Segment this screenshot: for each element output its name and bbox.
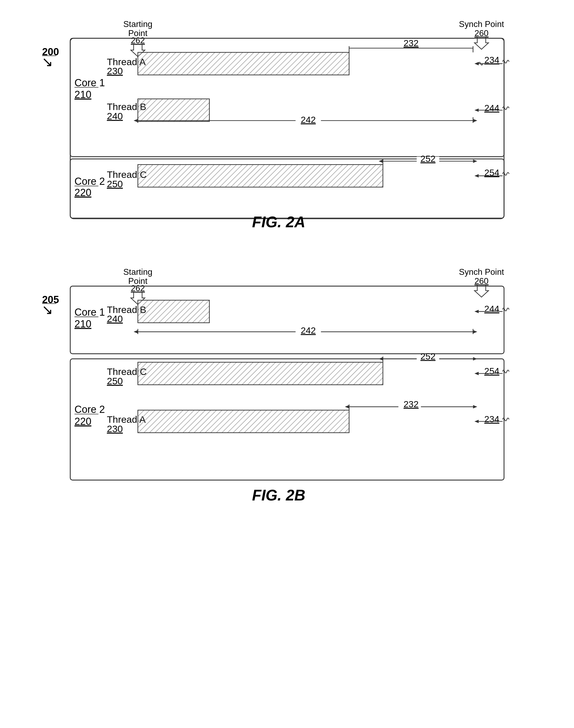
fig2a-dim252-arrowL: [379, 159, 383, 163]
fig2b-dim232-arrowR: [473, 405, 477, 409]
fig2b-dim232-arrowL: [345, 405, 349, 409]
fig2a-threadB-num: 240: [107, 111, 123, 121]
fig2b-threadB-arrowhead: [474, 310, 479, 313]
fig2b-threadA-endnum: 234: [484, 414, 499, 424]
fig2b-threadC-bar: [138, 362, 383, 385]
fig2a-dim232: 232: [404, 38, 418, 48]
fig2a-threadA-num: 230: [107, 66, 123, 76]
fig2b-core2-num: 220: [75, 416, 91, 427]
fig2b-threadB-squiggle: [502, 308, 509, 311]
fig2b-dim252-arrowR: [473, 357, 477, 361]
fig2b-threadB-num: 240: [107, 314, 123, 324]
fig2b-core1-num: 210: [75, 318, 91, 330]
fig2a-core1-num: 210: [75, 89, 91, 100]
fig2a-core1-name: Core 1: [75, 77, 105, 88]
fig2a-262-label: 262: [131, 36, 145, 45]
fig2a-dim242-arrowL: [133, 119, 138, 122]
fig2b-threadC-arrowhead: [474, 372, 479, 376]
fig2b-262-label: 262: [131, 283, 145, 293]
fig2a-threadC-bar: [138, 164, 383, 187]
fig2b-synch-label: Synch Point: [459, 267, 504, 277]
fig2a-threadC-num: 250: [107, 179, 123, 189]
fig2a-threadB-squiggle: [502, 107, 509, 110]
fig2b-threadA-num: 230: [107, 424, 123, 434]
fig2b-threadC-squiggle: [502, 370, 509, 373]
fig2a-260-label: 260: [474, 28, 488, 38]
fig2a-core2-num: 220: [75, 187, 91, 198]
fig2a-threadC-squiggle: [502, 173, 509, 176]
fig2b-core1-name: Core 1: [75, 307, 105, 318]
fig2b-dim252-arrowL: [379, 357, 383, 361]
fig2b-synch-arrow: [474, 285, 488, 297]
fig2a-synch-arrow: [474, 37, 488, 49]
fig2b-dim242-arrowL: [133, 330, 138, 334]
fig2b-core2-name: Core 2: [75, 404, 105, 415]
fig2a-threadB-arrowhead: [474, 108, 479, 112]
fig2b-threadB-bar: [138, 300, 209, 323]
fig2a-dim252-arrowR: [473, 159, 477, 163]
fig2b-threadC-endnum: 254: [484, 366, 499, 376]
fig2a-caption: FIG. 2A: [252, 214, 305, 230]
fig2b-threadB-endnum: 244: [484, 304, 499, 314]
fig2b-threadA-arrowhead: [474, 420, 479, 423]
fig2a-threadA-squiggle: [502, 60, 509, 63]
fig2b-dim232: 232: [404, 399, 418, 410]
fig2b-starting-point-label: Starting: [123, 267, 152, 277]
fig2b-dim252: 252: [420, 351, 435, 361]
fig2a-dim252: 252: [420, 154, 435, 164]
fig2a-svg: 200 ↘ Starting Point 262 Synch Point 260…: [34, 22, 541, 247]
fig2b-dim242-arrowR: [473, 330, 477, 334]
fig2a-synch-label: Synch Point: [459, 19, 504, 29]
fig2a-threadC-arrowhead: [474, 174, 479, 178]
fig2a-threadB-endnum: 244: [484, 103, 499, 113]
fig2b: 205 ↘ Starting Point 262 Synch Point 260…: [34, 259, 541, 538]
fig2a-threadB-bar: [138, 99, 209, 121]
fig2a-curly: ↘: [41, 54, 53, 69]
fig2a-dim242: 242: [300, 115, 316, 125]
fig2b-dim242: 242: [300, 325, 316, 336]
fig2b-threadA-squiggle: [502, 418, 509, 421]
fig2b-260-label: 260: [474, 276, 488, 286]
fig2b-threadA-bar: [138, 410, 349, 433]
fig2b-curly: ↘: [41, 302, 53, 317]
fig2a: 200 ↘ Starting Point 262 Synch Point 260…: [34, 11, 541, 248]
fig2a-threadA-arrowhead: [474, 62, 479, 66]
fig2b-caption: FIG. 2B: [252, 487, 305, 504]
fig2a-dim242-arrowR: [473, 119, 477, 122]
fig2a-starting-point-label: Starting: [123, 19, 152, 29]
fig2a-core2-name: Core 2: [75, 176, 105, 187]
fig2a-threadA-bar: [138, 52, 349, 75]
fig2b-threadC-num: 250: [107, 376, 123, 386]
fig2b-svg: 205 ↘ Starting Point 262 Synch Point 260…: [34, 269, 541, 537]
